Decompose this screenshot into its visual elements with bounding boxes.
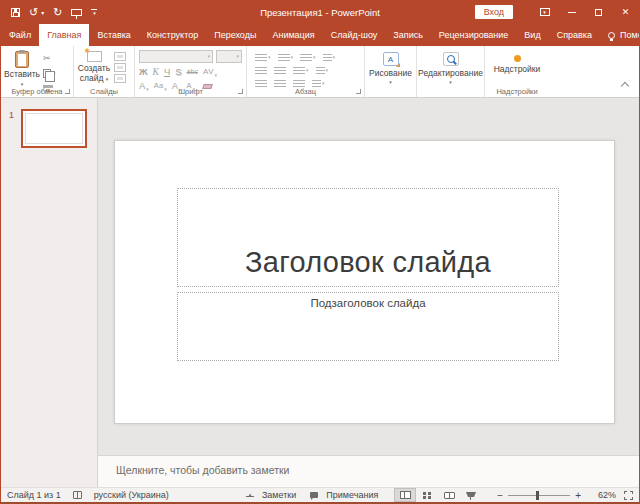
reading-view-button[interactable] xyxy=(438,488,460,502)
section-button[interactable] xyxy=(114,74,126,83)
subtitle-placeholder[interactable]: Подзаголовок слайда xyxy=(177,292,559,361)
zoom-in-button[interactable]: + xyxy=(570,490,586,501)
tab-slideshow[interactable]: Слайд-шоу xyxy=(323,24,386,46)
editing-button[interactable]: Редактирование ▾ xyxy=(417,46,484,85)
slideshow-icon xyxy=(466,491,476,500)
redo-icon[interactable]: ↻ xyxy=(53,7,62,18)
tab-home[interactable]: Главная xyxy=(39,24,89,46)
status-bar: Слайд 1 из 1 русский (Украина) ▴ Заметки… xyxy=(1,487,639,502)
tab-help[interactable]: Справка xyxy=(549,24,600,46)
title-placeholder[interactable]: Заголовок слайда xyxy=(177,188,559,287)
slide-sorter-view-button[interactable] xyxy=(416,488,438,502)
collapse-ribbon-icon[interactable] xyxy=(621,82,629,90)
increase-indent-button[interactable] xyxy=(274,67,286,75)
clipboard-dialog-launcher-icon[interactable] xyxy=(65,89,70,94)
reset-slide-button[interactable] xyxy=(114,63,126,72)
tab-transitions[interactable]: Переходы xyxy=(206,24,264,46)
tab-record[interactable]: Запись xyxy=(385,24,431,46)
tab-animations[interactable]: Анимация xyxy=(264,24,322,46)
font-size-combo[interactable]: ▾ xyxy=(216,50,242,63)
slide-editor: Заголовок слайда Подзаголовок слайда xyxy=(98,98,639,455)
slide-sorter-icon xyxy=(423,492,426,495)
copy-icon xyxy=(43,69,51,78)
character-spacing-button[interactable]: АV▾ xyxy=(203,66,217,78)
spell-check-icon[interactable] xyxy=(73,491,82,499)
ribbon-display-options-icon: ▾ xyxy=(540,8,550,16)
sign-in-button[interactable]: Вход xyxy=(475,5,513,19)
group-drawing: А Рисование ▾ xyxy=(365,46,417,97)
paste-label: Вставить xyxy=(4,70,40,80)
title-bar: ↺ ▾ ↻ ▾ Презентация1 - PowerPoint Вход ▾… xyxy=(1,0,639,24)
tab-insert[interactable]: Вставка xyxy=(89,24,138,46)
drawing-icon: А xyxy=(383,52,399,66)
zoom-out-button[interactable]: − xyxy=(492,490,508,501)
group-paragraph: ▾ ▾ ▾ ▾ ▾ ▾ ▾ Абзац xyxy=(247,46,365,97)
comments-icon xyxy=(310,492,318,498)
close-button[interactable]: ✕ xyxy=(612,0,639,24)
fit-slide-to-window-icon[interactable] xyxy=(624,491,633,500)
slide-canvas[interactable]: Заголовок слайда Подзаголовок слайда xyxy=(114,140,615,424)
zoom-slider-thumb[interactable] xyxy=(536,491,539,500)
paste-clipboard-icon xyxy=(15,51,29,68)
addins-group-label: Надстройки xyxy=(485,87,549,96)
bold-button[interactable]: Ж xyxy=(139,66,148,78)
paragraph-dialog-launcher-icon[interactable] xyxy=(356,89,361,94)
slide-layout-button[interactable] xyxy=(114,52,126,61)
language-indicator[interactable]: русский (Украина) xyxy=(94,490,169,500)
numbering-button[interactable]: ▾ xyxy=(278,54,294,62)
columns-button[interactable]: ▾ xyxy=(293,67,309,75)
bullets-button[interactable]: ▾ xyxy=(255,54,271,62)
save-icon[interactable] xyxy=(11,8,20,17)
minimize-button[interactable] xyxy=(558,0,585,24)
ribbon: Вставить ▾ ✂ ▾ Буфер обмена ★ Создатьсла… xyxy=(1,46,639,98)
normal-view-button[interactable] xyxy=(394,488,416,502)
quick-access-toolbar: ↺ ▾ ↻ ▾ xyxy=(1,7,97,18)
minimize-icon xyxy=(568,12,576,13)
ribbon-filler xyxy=(549,46,639,97)
group-addins: Надстройки Надстройки xyxy=(485,46,549,97)
slide-thumbnail[interactable] xyxy=(21,109,87,148)
new-slide-icon: ★ xyxy=(87,51,102,62)
notes-toggle-button[interactable]: ▴ Заметки xyxy=(246,490,296,500)
lightbulb-icon xyxy=(608,32,615,39)
tab-review[interactable]: Рецензирование xyxy=(431,24,517,46)
text-shadow-button[interactable]: S xyxy=(175,66,181,78)
tab-view[interactable]: Вид xyxy=(516,24,548,46)
customize-qat-icon[interactable]: ▾ xyxy=(91,9,97,15)
tab-file[interactable]: Файл xyxy=(1,24,39,46)
decrease-indent-button[interactable] xyxy=(255,67,267,75)
font-group-label: Шрифт xyxy=(135,87,246,96)
maximize-button[interactable] xyxy=(585,0,612,24)
cut-button[interactable]: ✂ xyxy=(43,52,56,64)
align-text-button[interactable]: ▾ xyxy=(316,67,329,75)
main-area: 1 Заголовок слайда Подзаголовок слайда Щ… xyxy=(1,98,639,487)
zoom-slider[interactable] xyxy=(508,495,570,496)
addins-button[interactable]: Надстройки xyxy=(485,46,549,74)
drawing-button[interactable]: А Рисование ▾ xyxy=(365,46,416,85)
slideshow-view-button[interactable] xyxy=(460,488,482,502)
text-direction-button[interactable]: ▾ xyxy=(323,54,336,62)
comments-toggle-button[interactable]: Примечания xyxy=(310,490,378,500)
tell-me-label: Помощ xyxy=(620,30,640,40)
underline-button[interactable]: Ч xyxy=(164,66,170,78)
start-slideshow-icon[interactable] xyxy=(71,9,82,16)
ribbon-display-options-button[interactable]: ▾ xyxy=(531,0,558,24)
notes-pane[interactable]: Щелкните, чтобы добавить заметки xyxy=(98,455,639,487)
slide-thumbnail-panel: 1 xyxy=(1,98,98,487)
clipboard-group-label: Буфер обмена xyxy=(1,87,73,96)
italic-button[interactable]: К xyxy=(153,66,159,78)
undo-icon[interactable]: ↺ xyxy=(29,7,38,18)
font-dialog-launcher-icon[interactable] xyxy=(238,89,243,94)
strikethrough-button[interactable]: abc xyxy=(187,66,198,78)
group-font: ▾ ▾ Ж К Ч S abc АV▾ А▾ Аа▾ А▴ А▾ Шрифт xyxy=(135,46,247,97)
undo-dropdown-icon[interactable]: ▾ xyxy=(41,9,44,16)
tab-design[interactable]: Конструктор xyxy=(139,24,206,46)
chevron-down-icon: ▾ xyxy=(207,54,212,59)
tell-me-button[interactable]: Помощ xyxy=(600,24,640,46)
font-name-combo[interactable]: ▾ xyxy=(139,50,213,63)
copy-button[interactable]: ▾ xyxy=(43,67,56,79)
zoom-level[interactable]: 62% xyxy=(590,490,616,500)
ribbon-tab-bar: Файл Главная Вставка Конструктор Переход… xyxy=(1,24,639,46)
line-spacing-button[interactable]: ▾ xyxy=(300,54,316,62)
powerpoint-window: ↺ ▾ ↻ ▾ Презентация1 - PowerPoint Вход ▾… xyxy=(0,0,640,504)
